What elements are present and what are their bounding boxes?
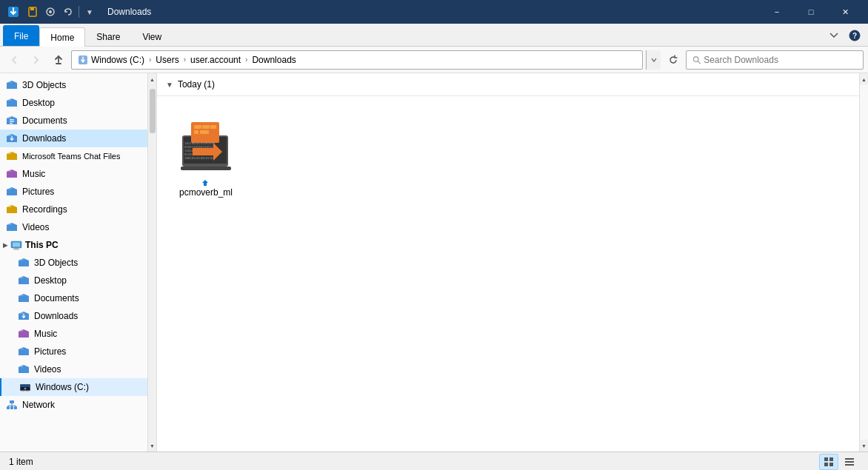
scroll-up-btn[interactable]: ▲: [148, 73, 157, 85]
svg-rect-13: [13, 243, 20, 247]
scroll-track: [148, 85, 156, 440]
sidebar-scrollbar: ▲ ▼: [148, 73, 157, 451]
svg-text:10010110100101101: 10010110100101101: [184, 156, 216, 160]
properties-quick-btn[interactable]: [43, 4, 58, 19]
file-label-pcmoverb-ml: pcmoverb_ml: [176, 177, 236, 198]
folder-music-pc-icon: [18, 328, 30, 340]
drive-windows-icon: [19, 381, 31, 393]
this-pc-section[interactable]: ▶ This PC: [0, 236, 147, 254]
tab-file[interactable]: File: [3, 25, 39, 46]
sidebar-item-windows-c[interactable]: Windows (C:): [0, 378, 147, 396]
content-scrollbar: ▲ ▼: [859, 73, 868, 451]
sidebar-item-label: Videos: [22, 222, 49, 232]
content-scroll-up[interactable]: ▲: [860, 73, 869, 85]
minimize-button[interactable]: −: [760, 0, 794, 24]
forward-button[interactable]: [27, 50, 46, 70]
folder-3d-pc-icon: [18, 257, 30, 269]
sidebar-item-pictures[interactable]: Pictures: [0, 183, 147, 201]
this-pc-icon: [10, 239, 22, 251]
svg-rect-31: [210, 125, 216, 129]
up-button[interactable]: [49, 50, 68, 70]
folder-documents-icon: [6, 115, 18, 127]
address-dropdown-btn[interactable]: [646, 50, 661, 70]
folder-docs-pc-icon: [18, 292, 30, 304]
breadcrumb-user-account: user.account: [190, 55, 241, 65]
tab-home[interactable]: Home: [39, 27, 85, 47]
view-toggle-buttons: [819, 454, 859, 470]
tab-view[interactable]: View: [131, 27, 173, 46]
sidebar-item-label: Microsoft Teams Chat Files: [22, 152, 120, 161]
svg-rect-42: [824, 463, 828, 466]
sidebar: 3D Objects Desktop Documents: [0, 73, 148, 451]
address-box[interactable]: Windows (C:) › Users › user.account › Do…: [71, 50, 643, 70]
sidebar-item-label: Desktop: [22, 98, 55, 108]
address-bar-area: Windows (C:) › Users › user.account › Do…: [0, 47, 868, 73]
status-item-count: 1 item: [9, 457, 33, 467]
large-icons-view-btn[interactable]: [819, 454, 838, 470]
close-button[interactable]: ✕: [828, 0, 862, 24]
folder-desktop-icon: [6, 97, 18, 109]
svg-rect-41: [829, 457, 833, 461]
sidebar-item-documents[interactable]: Documents: [0, 112, 147, 130]
content-scroll-down[interactable]: ▼: [860, 440, 869, 451]
undo-quick-btn[interactable]: [61, 4, 76, 19]
list-view-btn[interactable]: [840, 454, 859, 470]
content-body: 10110010101001010 01001101001010110 1101…: [157, 96, 859, 451]
folder-music-icon: [6, 168, 18, 180]
tab-share[interactable]: Share: [85, 27, 131, 46]
svg-rect-44: [845, 458, 854, 460]
file-item-pcmoverb-ml[interactable]: 10110010101001010 01001101001010110 1101…: [169, 108, 243, 204]
sidebar-item-3d-objects-pc[interactable]: 3D Objects: [0, 254, 147, 272]
sidebar-item-label: Downloads: [22, 133, 66, 144]
sidebar-item-label: 3D Objects: [34, 258, 78, 268]
sidebar-item-downloads[interactable]: Downloads: [0, 130, 147, 147]
content-area: ▼ Today (1): [157, 73, 859, 451]
customize-quick-access[interactable]: ▼: [82, 4, 97, 19]
sidebar-item-documents-pc[interactable]: Documents: [0, 289, 147, 307]
search-box[interactable]: [686, 50, 864, 70]
sidebar-item-videos[interactable]: Videos: [0, 218, 147, 236]
search-icon: [692, 56, 701, 64]
maximize-button[interactable]: □: [794, 0, 828, 24]
sidebar-item-music-pc[interactable]: Music: [0, 325, 147, 343]
sidebar-item-3d-objects[interactable]: 3D Objects: [0, 76, 147, 94]
sidebar-item-label: Desktop: [34, 275, 67, 286]
content-header: ▼ Today (1): [157, 73, 859, 96]
sidebar-item-desktop[interactable]: Desktop: [0, 94, 147, 112]
sidebar-item-recordings[interactable]: Recordings: [0, 201, 147, 218]
folder-desktop-pc-icon: [18, 275, 30, 286]
save-quick-btn[interactable]: [25, 4, 40, 19]
sidebar-item-network[interactable]: Network: [0, 396, 147, 414]
sidebar-item-pictures-pc[interactable]: Pictures: [0, 343, 147, 360]
svg-rect-9: [10, 119, 14, 121]
scroll-down-btn[interactable]: ▼: [148, 440, 157, 451]
svg-rect-2: [30, 7, 34, 10]
svg-rect-39: [181, 167, 231, 170]
window-controls: − □ ✕: [760, 0, 862, 24]
svg-rect-21: [26, 391, 29, 392]
ribbon-expand-btn[interactable]: [824, 25, 844, 46]
folder-3d-icon: [6, 79, 18, 91]
svg-rect-23: [7, 406, 10, 409]
sidebar-item-label: Windows (C:): [36, 382, 89, 392]
search-input[interactable]: [704, 55, 857, 65]
sidebar-item-desktop-pc[interactable]: Desktop: [0, 272, 147, 289]
folder-teams-icon: [6, 150, 18, 162]
sidebar-item-label: Music: [34, 329, 57, 339]
sidebar-item-music[interactable]: Music: [0, 165, 147, 183]
sidebar-item-videos-pc[interactable]: Videos: [0, 360, 147, 378]
svg-rect-45: [845, 461, 854, 463]
folder-pictures-icon: [6, 186, 18, 198]
back-button[interactable]: [4, 50, 24, 70]
refresh-button[interactable]: [664, 50, 683, 70]
sidebar-item-label: Pictures: [34, 346, 66, 357]
svg-rect-11: [10, 123, 13, 124]
svg-rect-46: [845, 464, 854, 466]
sidebar-item-teams[interactable]: Microsoft Teams Chat Files: [0, 147, 147, 165]
scroll-thumb[interactable]: [150, 89, 156, 133]
svg-point-4: [49, 10, 52, 13]
sidebar-item-downloads-pc[interactable]: Downloads: [0, 307, 147, 325]
sidebar-item-label: Documents: [22, 115, 67, 126]
help-button[interactable]: ?: [844, 25, 865, 46]
breadcrumb-users: Users: [156, 55, 178, 65]
